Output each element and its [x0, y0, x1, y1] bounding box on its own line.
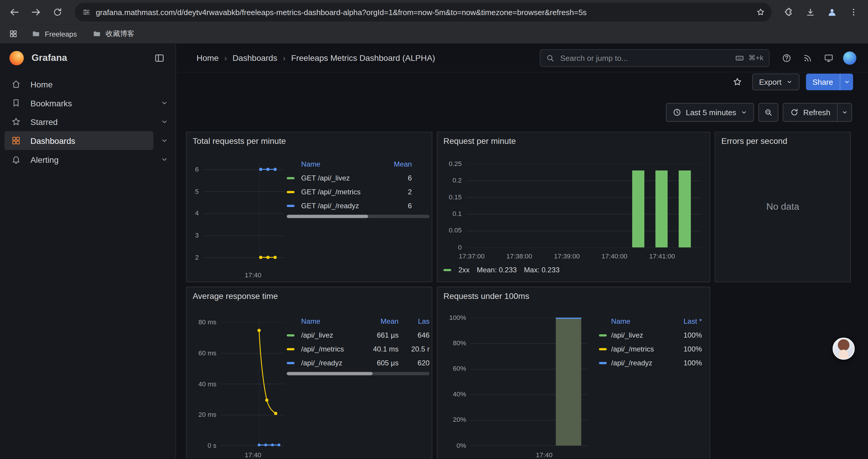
- y-tick: 2: [186, 253, 198, 262]
- site-settings-icon[interactable]: [82, 8, 91, 17]
- legend-series-name[interactable]: GET /api/_livez: [301, 174, 381, 182]
- legend-header-row: Name Mean: [287, 157, 430, 171]
- panel-average-response-time: Average response time 80 ms 60 ms 40 ms …: [186, 287, 433, 459]
- forward-button[interactable]: [27, 3, 45, 22]
- search-input[interactable]: [559, 53, 731, 63]
- forward-icon: [30, 6, 41, 18]
- y-tick: 60%: [437, 364, 466, 373]
- url-input[interactable]: [96, 8, 748, 17]
- export-button[interactable]: Export: [752, 73, 799, 90]
- legend-header-name[interactable]: Name: [301, 317, 364, 325]
- assistant-avatar[interactable]: [833, 338, 855, 360]
- sidebar-item-home[interactable]: Home: [4, 75, 176, 94]
- refresh-button-group: Refresh: [783, 103, 852, 122]
- scrollbar-thumb[interactable]: [287, 215, 368, 218]
- address-bar[interactable]: [75, 3, 772, 22]
- legend-header-mean[interactable]: Mean: [381, 160, 412, 168]
- grafana-logo[interactable]: [9, 51, 24, 65]
- zoom-out-button[interactable]: [758, 103, 778, 122]
- screen: Freeleaps 收藏博客 Grafana Home: [0, 0, 868, 459]
- dashboards-icon: [11, 136, 21, 145]
- legend-series-last: 100%: [673, 331, 702, 339]
- share-label: Share: [812, 77, 833, 86]
- legend-scrollbar[interactable]: [287, 372, 430, 375]
- legend-table: Name Mean Las /api/_livez 661 µs 646 /ap…: [287, 314, 430, 375]
- breadcrumb-home[interactable]: Home: [196, 53, 219, 63]
- help-button[interactable]: [777, 48, 796, 67]
- share-menu-button[interactable]: [840, 73, 853, 90]
- time-range-picker[interactable]: Last 5 minutes: [666, 103, 754, 122]
- sidebar-item-starred[interactable]: Starred: [4, 112, 153, 131]
- legend-header-name[interactable]: Name: [611, 317, 673, 325]
- apps-grid-button[interactable]: [6, 26, 21, 41]
- profile-avatar-button[interactable]: [840, 48, 859, 67]
- line-chart[interactable]: [221, 319, 284, 458]
- legend-row: /api/_/metrics 100%: [599, 342, 702, 356]
- display-button[interactable]: [819, 48, 838, 67]
- legend-header-last[interactable]: Last *: [673, 317, 702, 325]
- series-color-icon: [287, 362, 294, 364]
- bookmark-star-button[interactable]: [753, 4, 768, 20]
- expand-alerting-button[interactable]: [153, 150, 176, 169]
- expand-starred-button[interactable]: [153, 112, 176, 131]
- breadcrumb-dashboards[interactable]: Dashboards: [232, 53, 277, 63]
- monitor-icon: [824, 53, 834, 63]
- favorite-star-button[interactable]: [729, 73, 746, 90]
- legend-series-name[interactable]: GET /api/_/metrics: [301, 188, 381, 196]
- legend-header-name[interactable]: Name: [301, 160, 381, 168]
- y-tick: 3: [186, 231, 198, 239]
- legend-row: GET /api/_/readyz 6: [287, 199, 430, 213]
- legend-series-name[interactable]: /api/_/metrics: [301, 345, 364, 353]
- chrome-menu-button[interactable]: [844, 3, 863, 22]
- sidebar-item-label: Bookmarks: [30, 98, 72, 108]
- sidebar-item-bookmarks[interactable]: Bookmarks: [4, 94, 153, 112]
- scrollbar-thumb[interactable]: [287, 372, 373, 375]
- extensions-button[interactable]: [779, 3, 798, 22]
- share-button[interactable]: Share: [806, 73, 840, 90]
- legend-series-name[interactable]: 2xx: [458, 266, 469, 274]
- chevron-down-icon: [160, 137, 168, 144]
- legend-series-name[interactable]: /api/_livez: [301, 331, 364, 339]
- line-chart[interactable]: [203, 163, 284, 265]
- bar: [556, 318, 581, 446]
- dock-menu-button[interactable]: [150, 49, 169, 68]
- help-icon: [782, 53, 792, 63]
- x-tick: 17:40:00: [595, 252, 634, 261]
- panel-title[interactable]: Total requests per minute: [193, 136, 286, 145]
- breadcrumb-current: Freeleaps Metrics Dashboard (ALPHA): [291, 53, 435, 63]
- series-color-icon: [287, 191, 294, 193]
- panel-title[interactable]: Request per minute: [443, 136, 516, 145]
- refresh-button[interactable]: Refresh: [783, 103, 837, 121]
- legend-series-name[interactable]: GET /api/_/readyz: [301, 201, 381, 210]
- expand-dashboards-button[interactable]: [153, 131, 176, 150]
- folder-icon: [32, 29, 40, 38]
- reload-button[interactable]: [48, 3, 67, 22]
- legend-header-mean[interactable]: Mean: [364, 317, 399, 325]
- bookmark-blog[interactable]: 收藏博客: [88, 27, 140, 41]
- sidebar-row-dashboards: Dashboards: [0, 131, 176, 150]
- downloads-button[interactable]: [801, 3, 820, 22]
- legend-series-name[interactable]: /api/_livez: [611, 331, 673, 339]
- star-icon: [756, 8, 765, 17]
- sidebar-item-dashboards[interactable]: Dashboards: [4, 131, 153, 150]
- legend-series-name[interactable]: /api/_/readyz: [611, 359, 673, 367]
- legend-series-name[interactable]: /api/_/readyz: [301, 359, 364, 367]
- user-avatar: [843, 51, 857, 64]
- expand-bookmarks-button[interactable]: [153, 94, 176, 112]
- bookmark-freeleaps[interactable]: Freeleaps: [27, 27, 82, 41]
- search-box[interactable]: ⌘+k: [540, 49, 770, 67]
- panel-title[interactable]: Average response time: [193, 291, 278, 301]
- legend-series-mean: 605 µs: [364, 359, 399, 367]
- chrome-profile-button[interactable]: [823, 3, 841, 22]
- series-color-icon: [599, 362, 607, 364]
- sidebar-row-alerting: Alerting: [0, 150, 176, 169]
- sidebar-item-alerting[interactable]: Alerting: [4, 150, 153, 169]
- legend-series-name[interactable]: /api/_/metrics: [611, 345, 673, 353]
- news-button[interactable]: [798, 48, 817, 67]
- legend-scrollbar[interactable]: [287, 215, 430, 218]
- apps-grid-icon: [9, 29, 18, 38]
- panel-title[interactable]: Requests under 100ms: [443, 291, 529, 301]
- legend-header-last[interactable]: Las: [399, 317, 430, 325]
- back-button[interactable]: [5, 3, 24, 22]
- refresh-interval-button[interactable]: [837, 103, 851, 121]
